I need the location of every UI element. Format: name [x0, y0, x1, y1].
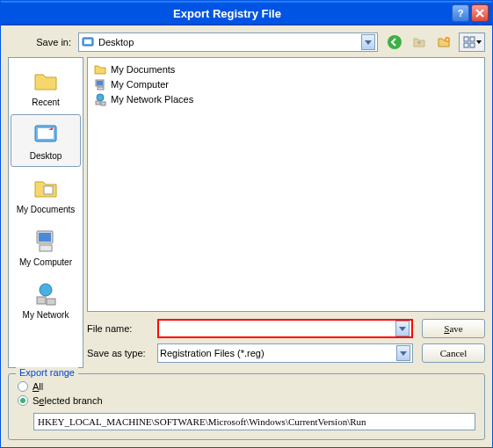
svg-rect-23 [101, 102, 105, 105]
svg-rect-19 [97, 81, 103, 85]
filetype-label: Save as type: [87, 348, 157, 358]
svg-point-21 [97, 94, 104, 101]
filename-label: File name: [87, 323, 157, 334]
place-my-network[interactable]: My Network [11, 274, 81, 325]
place-my-documents[interactable]: My Documents [11, 169, 81, 220]
savein-value: Desktop [98, 37, 361, 47]
place-label: My Computer [19, 257, 72, 267]
new-folder-button[interactable]: ✦ [434, 33, 453, 52]
place-label: My Network [23, 310, 69, 320]
chevron-down-icon[interactable] [361, 34, 375, 50]
help-button[interactable]: ? [452, 4, 469, 22]
radio-all[interactable]: All [18, 381, 475, 392]
svg-rect-8 [470, 43, 475, 47]
savein-combo[interactable]: Desktop [78, 33, 378, 52]
radio-label: All [33, 381, 43, 392]
place-my-computer[interactable]: My Computer [11, 221, 81, 272]
svg-rect-1 [84, 40, 91, 44]
views-icon [463, 36, 475, 48]
radio-label: Selected branch [33, 395, 103, 406]
desktop-icon [81, 35, 95, 49]
network-large-icon [32, 279, 60, 307]
radio-icon [18, 381, 28, 392]
savein-row: Save in: Desktop ✦ [8, 33, 485, 52]
filename-combo[interactable] [157, 319, 413, 338]
branch-input[interactable] [33, 413, 475, 430]
place-label: Desktop [30, 151, 62, 161]
cancel-button[interactable]: Cancel [422, 343, 485, 363]
chevron-down-icon[interactable] [395, 321, 410, 336]
export-range-title: Export range [16, 367, 78, 378]
bottom-fields: File name: Save Save as type: Registrati… [87, 319, 485, 368]
svg-point-2 [388, 35, 402, 49]
up-button[interactable] [410, 33, 429, 52]
filetype-value: Registration Files (*.reg) [160, 348, 396, 358]
export-dialog: Export Registry File ? Save in: Desktop [0, 0, 493, 448]
place-label: Recent [32, 98, 60, 107]
nav-toolbar: ✦ [385, 33, 485, 52]
computer-large-icon [32, 227, 60, 255]
list-item-label: My Computer [111, 79, 169, 90]
recent-folder-icon [32, 67, 60, 95]
place-label: My Documents [17, 205, 76, 214]
svg-rect-13 [39, 233, 51, 242]
chevron-down-icon[interactable] [396, 345, 410, 361]
list-item[interactable]: My Network Places [91, 91, 481, 106]
new-folder-icon: ✦ [437, 35, 451, 49]
svg-rect-20 [98, 87, 104, 90]
places-bar: Recent Desktop My Documents [8, 57, 83, 368]
svg-rect-7 [464, 43, 468, 47]
back-icon [387, 34, 402, 50]
radio-icon [18, 395, 28, 406]
export-range-group: Export range All Selected branch [8, 373, 485, 440]
views-button[interactable] [459, 33, 485, 52]
list-item-label: My Network Places [111, 94, 193, 105]
main-area: Recent Desktop My Documents [8, 57, 485, 368]
titlebar[interactable]: Export Registry File ? [1, 1, 492, 25]
svg-point-15 [40, 284, 52, 296]
dialog-body: Save in: Desktop ✦ [1, 25, 492, 447]
filetype-combo[interactable]: Registration Files (*.reg) [157, 343, 413, 363]
filename-row: File name: Save [87, 319, 485, 338]
svg-rect-16 [37, 297, 46, 304]
close-button[interactable] [471, 4, 489, 22]
svg-rect-22 [96, 101, 100, 105]
network-icon [93, 92, 107, 106]
file-list[interactable]: My Documents My Computer My Network Plac… [87, 57, 485, 312]
place-desktop[interactable]: Desktop [11, 114, 81, 167]
window-title: Export Registry File [4, 7, 450, 20]
svg-rect-5 [464, 37, 468, 41]
close-icon [475, 9, 484, 18]
list-item[interactable]: My Documents [91, 61, 481, 76]
radio-selected-branch[interactable]: Selected branch [18, 395, 475, 406]
save-button[interactable]: Save [422, 319, 485, 338]
svg-rect-17 [47, 299, 55, 305]
desktop-large-icon [32, 120, 60, 148]
documents-folder-icon [32, 174, 60, 202]
svg-rect-6 [470, 37, 475, 41]
svg-text:✦: ✦ [446, 37, 449, 42]
place-recent[interactable]: Recent [11, 61, 81, 112]
svg-rect-11 [44, 186, 53, 194]
computer-icon [93, 77, 107, 91]
filename-input[interactable] [161, 323, 395, 334]
back-button[interactable] [385, 33, 404, 52]
list-item[interactable]: My Computer [91, 76, 481, 91]
svg-rect-14 [40, 245, 52, 251]
right-column: My Documents My Computer My Network Plac… [87, 57, 485, 368]
filetype-row: Save as type: Registration Files (*.reg)… [87, 343, 485, 363]
folder-up-icon [412, 35, 426, 49]
folder-icon [93, 62, 107, 76]
savein-label: Save in: [8, 37, 78, 47]
list-item-label: My Documents [111, 64, 175, 75]
